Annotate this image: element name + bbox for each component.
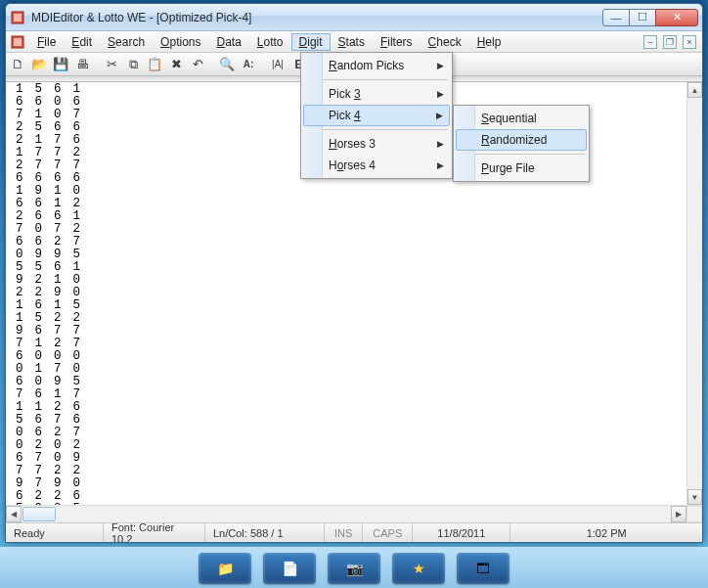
minimize-button[interactable]: — [602,9,630,26]
menu-search[interactable]: Search [100,33,153,51]
menu-file[interactable]: File [29,33,64,51]
find-icon[interactable]: 🔍 [217,55,237,74]
replace-icon[interactable]: A: [239,55,258,74]
editor-line: 1615 [6,299,686,312]
vscroll-track[interactable] [687,98,702,489]
editor-line: 0170 [6,363,686,376]
status-caps: CAPS [363,523,413,542]
menu-separator [458,154,585,155]
undo-icon[interactable]: ↶ [188,55,207,74]
menubar: FileEditSearchOptionsDataLottoDigitStats… [6,31,702,53]
menu-digit[interactable]: Digit [291,33,331,51]
menu-item-randomized[interactable]: Randomized [456,129,587,151]
scroll-left-button[interactable]: ◀ [6,506,22,522]
status-time: 1:02 PM [510,523,702,542]
menu-filters[interactable]: Filters [373,33,420,51]
task-item[interactable]: 📁 [199,553,251,584]
mdi-restore-button[interactable]: ❐ [663,35,677,49]
menu-item-sequential[interactable]: Sequential [456,108,587,129]
print-icon[interactable]: 🖶 [72,55,92,74]
digit-menu-dropdown: Random Picks▶Pick 3▶Pick 4▶Horses 3▶Hors… [300,52,453,179]
app-menu-icon[interactable] [10,34,25,50]
editor-line: 1522 [6,312,686,325]
editor-line: 2661 [6,210,686,223]
menu-item-pick 3[interactable]: Pick 3▶ [303,83,450,105]
submenu-arrow-icon: ▶ [437,160,444,170]
editor-line: 5561 [6,261,686,274]
new-icon[interactable]: 🗋 [8,55,27,74]
svg-rect-1 [14,14,22,22]
menu-item-pick 4[interactable]: Pick 4▶ [303,105,450,126]
editor-line: 5905 [6,503,686,505]
paste-icon[interactable]: 📋 [145,55,164,74]
task-item[interactable]: 📄 [263,553,316,584]
editor-line: 7127 [6,338,686,350]
menu-item-horses 3[interactable]: Horses 3▶ [303,133,450,155]
maximize-button[interactable]: ☐ [629,9,656,26]
editor-line: 5676 [6,414,686,427]
submenu-arrow-icon: ▶ [437,61,444,70]
svg-rect-3 [14,38,22,46]
menu-edit[interactable]: Edit [64,33,100,51]
status-lncol: Ln/Col: 588 / 1 [205,523,325,542]
editor-line: 0202 [6,439,686,452]
app-title-icon [10,10,25,25]
editor-line: 1910 [6,185,686,198]
menu-lotto[interactable]: Lotto [249,33,291,51]
menu-separator [305,79,448,80]
cut-icon[interactable]: ✂ [102,55,121,74]
pick4-submenu: SequentialRandomizedPurge File [453,105,590,182]
task-item[interactable]: 🗔 [457,553,509,584]
status-font: Font: Courier 10.2 [104,523,205,542]
editor-line: 6000 [6,350,686,363]
titlebar: MDIEditor & Lotto WE - [Optimized Pick-4… [6,4,702,31]
window-title: MDIEditor & Lotto WE - [Optimized Pick-4… [29,11,603,24]
editor-line: 6226 [6,490,686,503]
editor-line: 6709 [6,452,686,465]
editor-line: 6095 [6,376,686,388]
scroll-corner [686,506,702,522]
scroll-up-button[interactable]: ▲ [687,82,702,98]
menu-data[interactable]: Data [208,33,248,51]
save-icon[interactable]: 💾 [51,55,70,74]
window-controls: — ☐ ✕ [603,9,698,26]
task-item[interactable]: 📷 [328,553,380,584]
task-item[interactable]: ★ [392,553,445,584]
editor-line: 7722 [6,465,686,477]
horizontal-scrollbar[interactable]: ◀ ▶ [6,505,702,522]
menu-item-random picks[interactable]: Random Picks▶ [303,55,450,76]
delete-icon[interactable]: ✖ [166,55,186,74]
editor-line: 0627 [6,427,686,439]
editor-line: 7617 [6,388,686,401]
app-window: MDIEditor & Lotto WE - [Optimized Pick-4… [5,3,703,543]
menu-stats[interactable]: Stats [331,33,373,51]
menu-item-purge file[interactable]: Purge File [456,158,587,179]
editor-line: 9210 [6,274,686,287]
menu-help[interactable]: Help [469,33,509,51]
menu-check[interactable]: Check [420,33,469,51]
mdi-close-button[interactable]: × [683,35,696,49]
statusbar: Ready Font: Courier 10.2 Ln/Col: 588 / 1… [6,522,702,542]
submenu-arrow-icon: ▶ [436,111,443,120]
scroll-right-button[interactable]: ▶ [671,506,686,522]
status-ins: INS [325,523,363,542]
close-button[interactable]: ✕ [655,9,698,26]
menu-item-horses 4[interactable]: Horses 4▶ [303,155,450,176]
mdi-child-controls: – ❐ × [643,35,700,49]
submenu-arrow-icon: ▶ [437,89,444,99]
scroll-down-button[interactable]: ▼ [687,489,702,505]
editor-line: 7072 [6,223,686,236]
copy-icon[interactable]: ⧉ [123,55,143,74]
editor-line: 6627 [6,236,686,249]
menu-separator [305,129,448,130]
editor-line: 2290 [6,287,686,299]
mdi-minimize-button[interactable]: – [643,35,657,49]
hscroll-track[interactable] [22,506,671,522]
vertical-scrollbar[interactable]: ▲ ▼ [686,82,702,505]
editor-line: 1126 [6,401,686,414]
open-icon[interactable]: 📂 [29,55,49,74]
case-icon[interactable]: |A| [268,55,288,74]
editor-line: 6612 [6,198,686,210]
hscroll-thumb[interactable] [22,507,56,521]
menu-options[interactable]: Options [153,33,208,51]
